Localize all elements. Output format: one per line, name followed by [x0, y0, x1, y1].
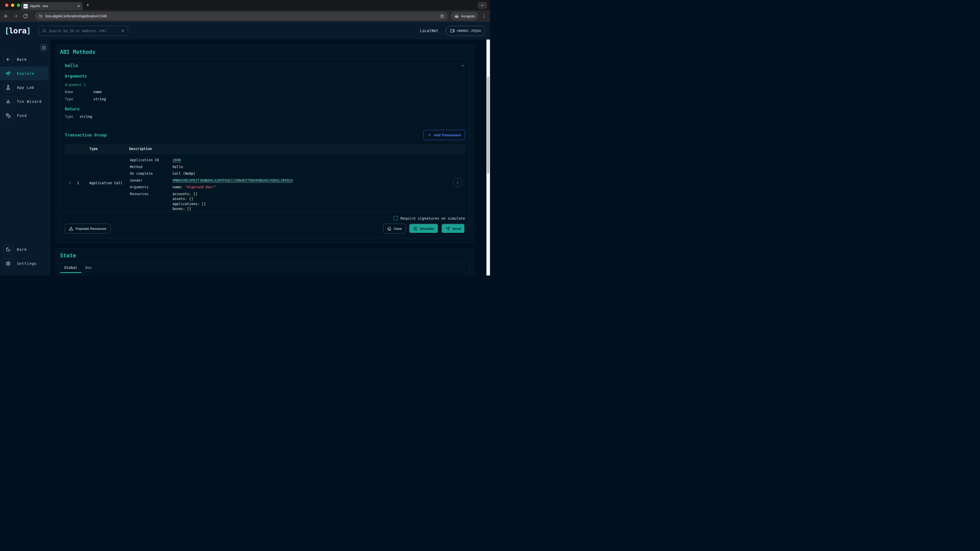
argument-1-heading: Argument 1	[65, 83, 465, 87]
add-transaction-label: Add Transaction	[434, 133, 461, 137]
tab-global[interactable]: Global	[60, 262, 81, 273]
forward-icon[interactable]	[13, 14, 18, 19]
tab-search-button[interactable]	[478, 2, 487, 9]
maximize-window-button[interactable]	[17, 3, 20, 7]
flask-icon	[3, 83, 13, 93]
row-transaction-type: Application Call	[89, 181, 123, 185]
incognito-label: Incognito	[461, 14, 475, 18]
minimize-window-button[interactable]	[11, 3, 14, 7]
sidebar-item-theme-dark[interactable]: Dark	[0, 242, 48, 256]
row-label: Type	[65, 97, 94, 101]
add-transaction-button[interactable]: Add Transaction	[423, 130, 465, 140]
column-header-type: Type	[89, 147, 98, 151]
row-index: 1	[77, 181, 79, 185]
transaction-table: Type Description 1 Application Call Appl…	[65, 144, 465, 212]
close-window-button[interactable]	[5, 3, 8, 7]
wallet-address: HMWD…PQSA	[457, 29, 481, 33]
scrollbar-thumb[interactable]	[487, 76, 490, 173]
simulate-label: Simulate	[420, 227, 434, 230]
lora-logo[interactable]: [lora]	[5, 26, 30, 35]
search-box[interactable]	[39, 26, 128, 36]
sidebar-item-label: Explore	[17, 71, 34, 76]
browser-chrome: [ak] AlgoKit - lora ✕ + lora.algokit.io/…	[0, 0, 490, 22]
arrow-left-icon	[3, 54, 13, 65]
gear-icon	[3, 259, 13, 268]
send-icon	[446, 227, 450, 230]
application-id-link[interactable]: 1048	[172, 158, 181, 162]
sidebar-item-label: App Lab	[17, 86, 34, 89]
field-label: Resources	[130, 192, 172, 212]
drag-handle-icon[interactable]	[68, 181, 72, 185]
chevron-up-icon[interactable]	[460, 63, 465, 68]
row-menu-button[interactable]	[453, 178, 462, 187]
sidebar-item-fund[interactable]: Fund	[0, 108, 48, 122]
send-label: Send	[452, 227, 461, 230]
field-label: Sender	[130, 178, 172, 183]
sidebar-item-label: Dark	[17, 248, 27, 251]
resource-accounts: accounts: []	[172, 192, 206, 196]
reload-icon[interactable]	[23, 14, 28, 19]
simulate-button[interactable]: Simulate	[409, 224, 438, 233]
back-icon[interactable]	[3, 14, 9, 19]
return-heading: Return	[65, 106, 465, 111]
row-value: string	[80, 114, 92, 119]
tab-close-icon[interactable]: ✕	[77, 4, 80, 8]
tab-title: AlgoKit - lora	[30, 4, 77, 8]
page-scrollbar[interactable]	[487, 40, 490, 275]
window-controls[interactable]	[5, 3, 20, 7]
resource-boxes: boxes: []	[172, 206, 206, 211]
sidebar-item-app-lab[interactable]: App Lab	[0, 80, 48, 94]
method-card-hello: hello Arguments Argument 1 Name name Typ…	[60, 59, 470, 238]
incognito-icon	[454, 14, 459, 19]
browser-menu-icon[interactable]	[482, 14, 487, 18]
field-label: Arguments	[130, 185, 172, 189]
populate-resources-button[interactable]: Populate Resources	[65, 224, 111, 233]
tab-box[interactable]: Box	[81, 262, 96, 273]
field-value: Call (NoOp)	[172, 171, 195, 176]
download-icon	[69, 227, 73, 231]
state-card: State Global Box	[56, 248, 474, 275]
require-signatures-checkbox[interactable]	[393, 216, 398, 221]
incognito-badge: Incognito	[451, 12, 478, 21]
table-row[interactable]: 1 Application Call Application ID 1048 M…	[65, 154, 465, 211]
wallet-button[interactable]: HMWD…PQSA	[445, 26, 486, 36]
tab-favicon: [ak]	[24, 4, 28, 8]
sidebar-collapse-button[interactable]	[40, 44, 47, 51]
method-header[interactable]: hello	[65, 63, 465, 68]
address-bar[interactable]: lora.algokit.io/localnet/application/104…	[35, 12, 448, 21]
search-input[interactable]	[49, 29, 119, 33]
resource-assets: assets: []	[172, 197, 206, 201]
populate-resources-label: Populate Resources	[76, 227, 107, 230]
clear-search-icon[interactable]	[121, 29, 125, 33]
row-value: name	[94, 90, 102, 94]
wallet-icon	[450, 28, 455, 33]
sidebar-item-back[interactable]: Back	[0, 52, 48, 66]
search-icon	[42, 29, 46, 33]
main-content: ABI Methods hello Arguments Argument 1 N…	[51, 40, 487, 275]
argument-type-row: Type string	[65, 97, 465, 101]
arguments-heading: Arguments	[65, 74, 465, 79]
sidebar-item-settings[interactable]: Settings	[0, 256, 48, 270]
site-settings-icon[interactable]	[38, 14, 43, 18]
sidebar-item-txn-wizard[interactable]: Txn Wizard	[0, 94, 48, 108]
logo-open-bracket: [	[5, 26, 9, 35]
field-method: Method hello	[130, 165, 432, 169]
eraser-icon	[387, 227, 391, 230]
transaction-details: Application ID 1048 Method hello On comp…	[130, 158, 432, 214]
bookmark-star-icon[interactable]	[440, 14, 445, 19]
browser-tab[interactable]: [ak] AlgoKit - lora ✕	[21, 2, 83, 10]
sidebar-item-label: Fund	[17, 114, 27, 118]
more-vertical-icon	[455, 181, 460, 185]
app-header: [lora] LocalNet HMWD…PQSA	[0, 22, 490, 40]
network-label[interactable]: LocalNet	[420, 29, 438, 33]
clear-label: Clear	[393, 227, 402, 230]
new-tab-button[interactable]: +	[86, 3, 89, 7]
require-signatures-label: Require signatures on simulate	[401, 216, 465, 221]
clear-button[interactable]: Clear	[383, 224, 406, 233]
send-button[interactable]: Send	[442, 224, 465, 233]
url-row: lora.algokit.io/localnet/application/104…	[0, 10, 490, 22]
sidebar-item-explore[interactable]: Explore	[0, 66, 48, 80]
state-tabs: Global Box	[60, 262, 469, 273]
sender-address-link[interactable]: HMWDSHQCOPD2T36WBAHLAZ6PO5GDJJZBN4D2TODK…	[172, 178, 293, 183]
sidebar: Back Explore App Lab Txn Wizard	[0, 40, 51, 275]
